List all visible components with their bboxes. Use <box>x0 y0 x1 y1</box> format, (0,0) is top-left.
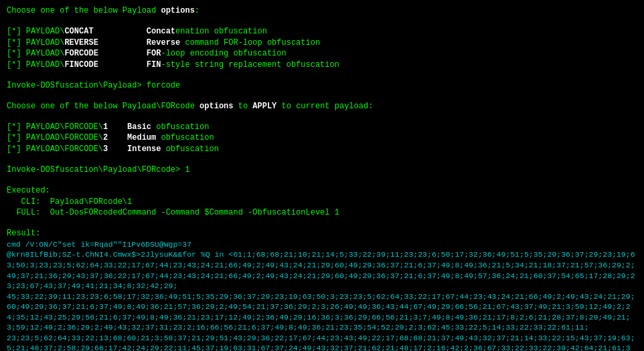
cli-value: Payload\FORcode\1 <box>50 197 132 207</box>
header-line: Choose one of the below Payload options: <box>7 5 637 17</box>
forcode-bold: FOR <box>147 49 161 58</box>
header2-apply: APPLY <box>252 102 276 111</box>
full-label: FULL: <box>7 208 50 217</box>
opt2-prefix: [*] PAYLOAD\FORCODE\ <box>7 133 103 142</box>
spacer7 <box>7 219 637 228</box>
result-label-text: Result: <box>7 229 40 238</box>
header2-post: to current payload: <box>276 102 373 111</box>
full-value: Out-DosFORcodedCommand -Command $Command… <box>50 208 339 217</box>
header2-mid1: below Payload\FORcode <box>88 102 199 111</box>
header-colon: : <box>195 6 199 15</box>
payload-concat: [*] PAYLOAD\CONCAT Concatenation obfusca… <box>7 26 637 37</box>
prompt1: Invoke-DOSfuscation\Payload> forcode <box>7 80 637 92</box>
opt3-level: Intense <box>127 144 161 154</box>
spacer2 <box>7 71 637 80</box>
cli-line: CLI: Payload\FORcode\1 <box>7 197 637 208</box>
spacer6 <box>7 176 637 185</box>
opt3-spaces <box>108 144 127 154</box>
payload-forcode: [*] PAYLOAD\FORCODE FOR-loop encoding ob… <box>7 48 637 60</box>
reverse-prefix: [*] PAYLOAD\ <box>7 38 64 47</box>
cli-label: CLI: <box>7 197 50 207</box>
opt1-desc: obfuscation <box>151 122 209 132</box>
concat-desc: enation obfuscation <box>175 27 267 36</box>
forcode-opt1: [*] PAYLOAD\FORCODE\1 Basic obfuscation <box>7 122 637 133</box>
fincode-name: FINCODE <box>64 60 98 70</box>
forcode-prefix: [*] PAYLOAD\ <box>7 49 64 58</box>
spacer5 <box>7 155 637 164</box>
result-value: cmd /V:ON/C"set ik=Rqad""I1Pv6DSU@Wgp=37… <box>7 239 637 351</box>
fincode-spaces <box>98 60 147 70</box>
opt3-desc: obfuscation <box>161 144 218 154</box>
opt1-prefix: [*] PAYLOAD\FORCODE\ <box>7 122 103 132</box>
prompt2: Invoke-DOSfuscation\Payload\FORcode> 1 <box>7 164 637 176</box>
opt3-prefix: [*] PAYLOAD\FORCODE\ <box>7 144 103 154</box>
opt2-spaces <box>108 133 127 142</box>
full-line: FULL: Out-DosFORcodedCommand -Command $C… <box>7 207 637 219</box>
spacer4 <box>7 112 637 122</box>
prompt1-text: Invoke-DOSfuscation\Payload> forcode <box>7 81 180 90</box>
fincode-desc: -style string replacement obfuscation <box>161 60 339 70</box>
header2-options: options <box>199 102 233 111</box>
payload-reverse: [*] PAYLOAD\REVERSE Reverse command FOR-… <box>7 37 637 49</box>
reverse-name: REVERSE <box>64 38 98 47</box>
header-text: Choose one of the below Payload <box>7 6 161 15</box>
payload-fincode: [*] PAYLOAD\FINCODE FIN-style string rep… <box>7 60 637 71</box>
opt1-level: Basic <box>127 122 151 132</box>
terminal-window: Choose one of the below Payload options:… <box>0 0 644 351</box>
forcode-name: FORCODE <box>64 49 98 58</box>
reverse-desc: command FOR-loop obfuscation <box>180 38 320 47</box>
opt1-spaces <box>108 122 127 132</box>
fincode-prefix: [*] PAYLOAD\ <box>7 60 64 70</box>
forcode-desc: -loop encoding obfuscation <box>161 49 286 58</box>
executed-text: Executed: <box>7 186 50 195</box>
concat-prefix: [*] PAYLOAD\ <box>7 27 64 36</box>
result-label: Result: <box>7 228 637 239</box>
executed-label: Executed: <box>7 185 637 197</box>
opt2-desc: obfuscation <box>156 133 214 142</box>
reverse-spaces <box>98 38 147 47</box>
header2-the: the <box>74 102 89 111</box>
options-bold: options <box>161 6 194 15</box>
concat-spaces <box>94 27 147 36</box>
prompt2-text: Invoke-DOSfuscation\Payload\FORcode> 1 <box>7 165 190 174</box>
forcode-spaces <box>98 49 147 58</box>
concat-bold: Concat <box>147 27 175 36</box>
fincode-bold: FIN <box>147 60 161 70</box>
concat-name: CONCAT <box>64 27 93 36</box>
spacer1 <box>7 17 637 26</box>
header2-to: to <box>234 102 253 111</box>
header2-pre: Choose one of <box>7 102 74 111</box>
opt2-level: Medium <box>127 133 156 142</box>
reverse-bold: Reverse <box>147 38 180 47</box>
forcode-opt2: [*] PAYLOAD\FORCODE\2 Medium obfuscation <box>7 132 637 144</box>
forcode-opt3: [*] PAYLOAD\FORCODE\3 Intense obfuscatio… <box>7 144 637 155</box>
header2-line: Choose one of the below Payload\FORcode … <box>7 101 637 112</box>
spacer3 <box>7 92 637 101</box>
